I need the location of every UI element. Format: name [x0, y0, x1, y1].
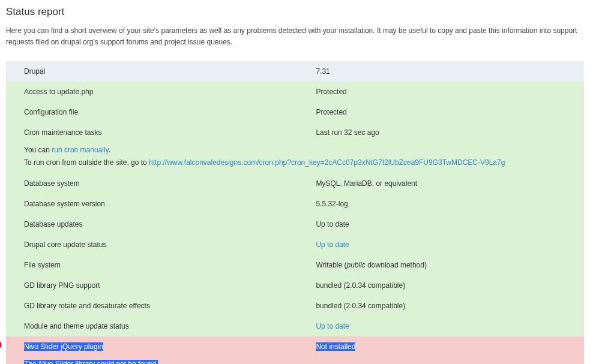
value-nivo: Not installed: [312, 336, 584, 357]
value-cron: Last run 32 sec ago: [312, 122, 584, 143]
row-db-updates: Database updates Up to date: [6, 214, 584, 234]
label-core-update: Drupal core update status: [6, 234, 312, 255]
row-config-file: Configuration file Protected: [6, 102, 584, 122]
cron-url-link[interactable]: http://www.falconvaledesigns.com/cron.ph…: [149, 158, 505, 167]
label-drupal: Drupal: [6, 61, 312, 82]
run-cron-link[interactable]: run cron manually: [52, 146, 109, 154]
label-db-updates: Database updates: [6, 214, 312, 234]
value-gd-rotate: bundled (2.0.34 compatible): [312, 296, 584, 316]
svg-point-0: [0, 341, 2, 349]
value-core-update: Up to date: [312, 234, 584, 255]
value-db-system: MySQL, MariaDB, or equivalent: [312, 173, 584, 194]
row-gd-png: GD library PNG support bundled (2.0.34 c…: [6, 275, 584, 296]
label-config-file: Configuration file: [6, 102, 312, 122]
row-nivo-note: The Nivo Slider library could not be fou…: [6, 357, 584, 364]
value-db-version: 5.5.32-log: [312, 194, 584, 214]
value-module-update: Up to date: [312, 316, 584, 336]
value-file-system: Writable (public download method): [312, 255, 584, 275]
value-config-file: Protected: [312, 102, 584, 122]
label-gd-rotate: GD library rotate and desaturate effects: [6, 296, 312, 316]
row-file-system: File system Writable (public download me…: [6, 255, 584, 275]
row-update-access: Access to update.php Protected: [6, 82, 584, 102]
label-db-system: Database system: [6, 173, 312, 194]
page-title: Status report: [6, 6, 584, 18]
label-module-update: Module and theme update status: [6, 316, 312, 336]
label-cron: Cron maintenance tasks: [6, 122, 312, 143]
status-table: Drupal 7.31 Access to update.php Protect…: [6, 61, 584, 364]
row-cron: Cron maintenance tasks Last run 32 sec a…: [6, 122, 584, 143]
value-db-updates: Up to date: [312, 214, 584, 234]
value-gd-png: bundled (2.0.34 compatible): [312, 275, 584, 296]
label-file-system: File system: [6, 255, 312, 275]
row-drupal: Drupal 7.31: [6, 61, 584, 82]
cron-note-pre: You can: [24, 146, 52, 154]
cron-note2-pre: To run cron from outside the site, go to: [24, 158, 149, 167]
label-nivo-text: Nivo Slider jQuery plugin: [24, 342, 103, 351]
row-nivo: Nivo Slider jQuery plugin Not installed: [6, 336, 584, 357]
row-cron-note: You can run cron manually. To run cron f…: [6, 143, 584, 173]
core-update-link[interactable]: Up to date: [316, 240, 349, 249]
label-update-access: Access to update.php: [6, 82, 312, 102]
cron-note-post: .: [109, 146, 110, 154]
error-icon: [0, 340, 2, 350]
nivo-note: The Nivo Slider library could not be fou…: [6, 357, 584, 364]
label-db-version: Database system version: [6, 194, 312, 214]
row-db-version: Database system version 5.5.32-log: [6, 194, 584, 214]
intro-text: Here you can find a short overview of yo…: [6, 25, 584, 48]
value-update-access: Protected: [312, 82, 584, 102]
label-gd-png: GD library PNG support: [6, 275, 312, 296]
module-update-link[interactable]: Up to date: [316, 322, 349, 330]
row-module-update: Module and theme update status Up to dat…: [6, 316, 584, 336]
cron-note: You can run cron manually. To run cron f…: [6, 143, 584, 173]
row-db-system: Database system MySQL, MariaDB, or equiv…: [6, 173, 584, 194]
label-nivo: Nivo Slider jQuery plugin: [6, 336, 312, 357]
value-drupal: 7.31: [312, 61, 584, 82]
row-gd-rotate: GD library rotate and desaturate effects…: [6, 296, 584, 316]
row-core-update: Drupal core update status Up to date: [6, 234, 584, 255]
